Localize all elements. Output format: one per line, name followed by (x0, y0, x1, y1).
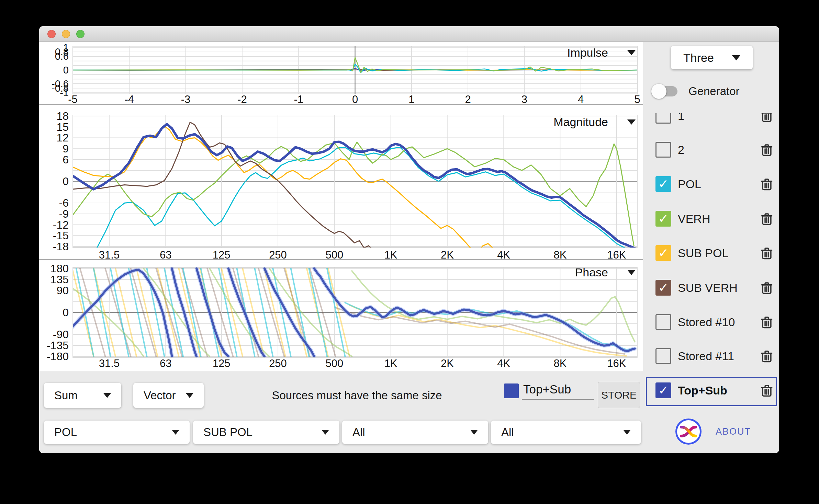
svg-text:16K: 16K (607, 249, 626, 260)
svg-text:250: 250 (269, 357, 287, 369)
source-a-select[interactable]: POL (44, 421, 190, 444)
chevron-down-icon (627, 270, 636, 275)
filter-b-select[interactable]: All (491, 421, 641, 444)
checkbox-unchecked[interactable] (655, 113, 671, 124)
impulse-svg: 10.80.60-0.6-0.8-1-5-4-3-2-1012345 (39, 42, 643, 104)
titlebar[interactable] (39, 26, 779, 42)
toggle-knob (651, 84, 666, 99)
impulse-chart-type-select[interactable]: Impulse (567, 46, 636, 59)
phase-chart-type-select[interactable]: Phase (575, 266, 636, 279)
series-top-sub (72, 124, 635, 248)
svg-text:5: 5 (634, 93, 640, 104)
svg-text:-180: -180 (47, 350, 69, 363)
svg-text:1: 1 (408, 93, 414, 104)
measurement-label: 1 (678, 113, 684, 123)
svg-text:1K: 1K (384, 357, 397, 369)
svg-text:500: 500 (325, 357, 343, 369)
svg-text:-135: -135 (47, 339, 69, 352)
svg-text:8K: 8K (554, 357, 567, 369)
delete-measurement-button[interactable] (759, 211, 774, 226)
svg-text:0.6: 0.6 (55, 51, 69, 62)
svg-text:-1: -1 (60, 87, 69, 98)
delete-measurement-button[interactable] (759, 383, 774, 398)
store-button[interactable]: STORE (598, 382, 640, 408)
store-name-input[interactable] (522, 380, 594, 400)
measurement-row-sub-pol[interactable]: ✓SUB POL (643, 236, 779, 270)
checkbox-unchecked[interactable] (655, 142, 671, 158)
filter-a-select[interactable]: All (342, 421, 488, 444)
measurement-row-1[interactable]: 1 (643, 113, 779, 133)
svg-text:2K: 2K (441, 357, 454, 369)
svg-text:4: 4 (578, 93, 584, 104)
svg-text:8K: 8K (554, 249, 567, 260)
store-color-swatch[interactable] (504, 383, 519, 398)
generator-toggle[interactable] (651, 86, 677, 97)
trash-icon (759, 142, 774, 157)
series-pol (97, 147, 633, 252)
chevron-down-icon (627, 119, 636, 125)
delete-measurement-button[interactable] (759, 280, 774, 295)
checkbox-unchecked[interactable] (655, 314, 671, 330)
chart-count-select[interactable]: Three (671, 46, 753, 69)
measurement-row-stored-10[interactable]: Stored #10 (643, 305, 779, 339)
source-a-value: POL (54, 426, 77, 439)
measurement-row-stored-11[interactable]: Stored #11 (643, 339, 779, 373)
magnitude-svg: 181512960-6-9-12-15-1831.5631252505001K2… (39, 104, 643, 260)
zoom-button[interactable] (76, 30, 85, 38)
generator-label: Generator (688, 85, 740, 98)
checkbox-checked[interactable]: ✓ (655, 382, 671, 398)
checkbox-checked[interactable]: ✓ (655, 211, 671, 227)
measurement-row-2[interactable]: 2 (643, 133, 779, 167)
checkbox-checked[interactable]: ✓ (655, 280, 671, 296)
delete-measurement-button[interactable] (759, 314, 774, 330)
svg-text:18: 18 (56, 110, 69, 122)
delete-measurement-button[interactable] (759, 142, 774, 157)
operation-select[interactable]: Sum (44, 383, 121, 408)
checkbox-unchecked[interactable] (655, 348, 671, 364)
about-button[interactable]: ABOUT (643, 410, 779, 453)
check-icon: ✓ (658, 282, 669, 294)
checkbox-checked[interactable]: ✓ (655, 176, 671, 192)
measurement-row-sub-verh[interactable]: ✓SUB VERH (643, 271, 779, 305)
svg-text:-15: -15 (53, 229, 69, 242)
svg-text:4K: 4K (497, 249, 510, 260)
chevron-down-icon (732, 55, 740, 60)
operation-select-value: Sum (54, 389, 78, 402)
magnitude-chart-title: Magnitude (553, 115, 608, 129)
close-button[interactable] (47, 30, 56, 38)
measurement-row-verh[interactable]: ✓VERH (643, 202, 779, 236)
app-window: 10.80.60-0.6-0.8-1-5-4-3-2-1012345 18151… (39, 26, 779, 453)
check-icon: ✓ (658, 213, 669, 225)
source-b-select[interactable]: SUB POL (193, 421, 339, 444)
trash-icon (759, 113, 774, 123)
svg-text:63: 63 (160, 249, 171, 260)
checkbox-checked[interactable]: ✓ (655, 245, 671, 261)
svg-text:15: 15 (56, 121, 69, 133)
mode-select[interactable]: Vector (133, 383, 204, 408)
svg-text:16K: 16K (607, 357, 626, 369)
measurement-list: 12✓POL✓VERH✓SUB POL✓SUB VERHStored #10St… (643, 113, 779, 409)
measurement-label: SUB POL (678, 247, 728, 260)
measurement-row-pol[interactable]: ✓POL (643, 167, 779, 201)
series-verh (72, 142, 634, 246)
trash-icon (759, 314, 774, 330)
svg-text:31.5: 31.5 (99, 249, 120, 260)
app-logo-icon (675, 419, 702, 445)
magnitude-chart-type-select[interactable]: Magnitude (553, 115, 636, 129)
svg-text:-3: -3 (181, 93, 191, 104)
measurement-label: Top+Sub (678, 384, 727, 397)
delete-measurement-button[interactable] (759, 348, 774, 364)
chevron-down-icon (470, 430, 478, 435)
delete-measurement-button[interactable] (759, 113, 774, 123)
svg-text:63: 63 (160, 357, 171, 369)
filter-a-value: All (352, 426, 365, 439)
measurement-row-top-sub[interactable]: ✓Top+Sub (643, 373, 779, 408)
generator-row: Generator (651, 82, 740, 100)
svg-text:500: 500 (325, 249, 343, 260)
svg-text:-9: -9 (59, 208, 69, 220)
measurement-label: POL (678, 177, 701, 191)
delete-measurement-button[interactable] (759, 245, 774, 261)
delete-measurement-button[interactable] (759, 176, 774, 192)
minimize-button[interactable] (62, 30, 70, 38)
svg-text:-12: -12 (53, 219, 69, 231)
